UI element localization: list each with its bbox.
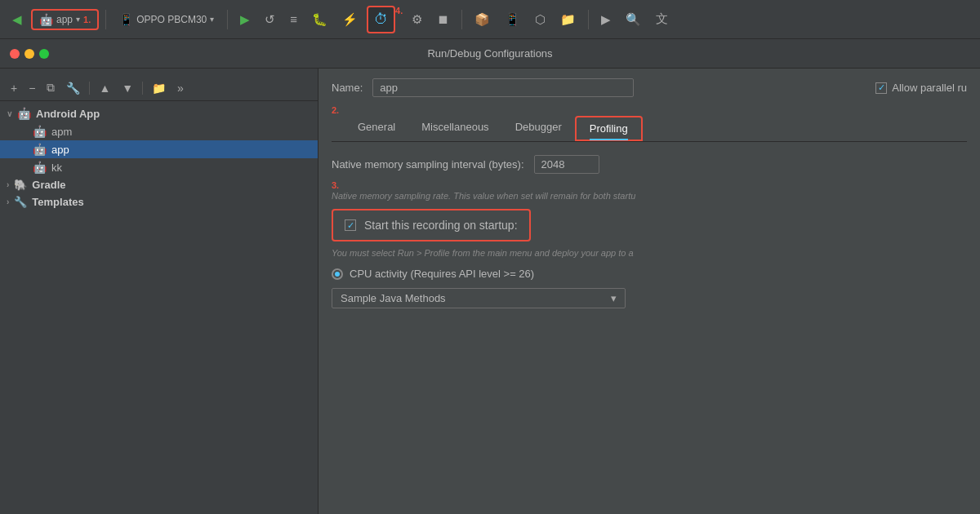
kk-android-icon: 🤖: [33, 161, 47, 174]
close-button[interactable]: [10, 49, 20, 59]
search-icon[interactable]: 🔍: [620, 8, 647, 31]
window-title: Run/Debug Configurations: [427, 47, 552, 60]
device-manager-icon[interactable]: 📱: [499, 8, 526, 31]
kk-label: kk: [51, 162, 62, 174]
device-icon: 📱: [119, 13, 133, 26]
sample-java-row: Sample Java Methods ▾: [332, 288, 967, 308]
tabs-container: 2. General Miscellaneous Debugger Profil…: [318, 104, 980, 142]
run-icon[interactable]: ▶: [234, 8, 256, 31]
separator-2: [227, 10, 228, 29]
native-memory-input[interactable]: [534, 155, 599, 174]
cpu-activity-label: CPU activity (Requires API level >= 26): [350, 268, 534, 280]
move-down-button[interactable]: ▼: [118, 79, 137, 97]
tabs-bar: General Miscellaneous Debugger Profiling: [332, 116, 967, 142]
must-select-hint: You must select Run > Profile from the m…: [332, 248, 967, 258]
sep2: [142, 82, 143, 95]
attach-icon[interactable]: ⚡: [336, 8, 363, 31]
debug-icon[interactable]: 🐛: [306, 8, 333, 31]
back-icon[interactable]: ◀: [7, 8, 28, 31]
name-input[interactable]: [372, 78, 634, 97]
stop-icon[interactable]: ≡: [284, 8, 303, 30]
window-controls: [10, 49, 49, 59]
translate-icon[interactable]: 文: [650, 7, 674, 31]
allow-parallel-checkbox[interactable]: ✓: [875, 82, 887, 94]
hint-row: 3. Native memory sampling rate. This val…: [332, 179, 967, 201]
app-dropdown-arrow: ▾: [76, 15, 80, 24]
main-area: + − ⧉ 🔧 ▲ ▼ 📁 » ∨ 🤖 Android App 🤖 apm 🤖 …: [0, 69, 980, 514]
minimize-button[interactable]: [24, 49, 34, 59]
tab-active-underline: [590, 139, 628, 140]
more-button[interactable]: »: [173, 79, 188, 97]
separator-4: [588, 10, 589, 29]
tab-debugger[interactable]: Debugger: [502, 116, 575, 141]
sidebar-item-gradle[interactable]: › 🐘 Gradle: [0, 176, 318, 193]
start-recording-checkbox-row[interactable]: ✓ Start this recording on startup:: [332, 209, 531, 241]
sep: [89, 82, 90, 95]
apm-label: apm: [51, 126, 72, 138]
apk-icon[interactable]: 📦: [469, 8, 496, 31]
chevron-right-icon: ›: [7, 180, 9, 189]
chevron-down-icon: ∨: [7, 109, 12, 118]
sidebar-item-templates[interactable]: › 🔧 Templates: [0, 193, 318, 210]
folder-button[interactable]: 📁: [148, 79, 170, 97]
maximize-button[interactable]: [39, 49, 49, 59]
name-row: Name: ✓ Allow parallel ru: [318, 69, 980, 104]
separator-1: [105, 10, 106, 29]
allow-parallel-label: Allow parallel ru: [892, 82, 967, 94]
app-config-button[interactable]: 🤖 app ▾ 1.: [31, 9, 99, 30]
copy-config-button[interactable]: ⧉: [42, 78, 59, 97]
add-config-button[interactable]: +: [7, 79, 21, 97]
native-memory-row: Native memory sampling interval (bytes):: [332, 155, 967, 174]
annotation-2: 2.: [332, 105, 339, 115]
remove-config-button[interactable]: −: [24, 79, 39, 97]
video-icon[interactable]: ▶: [595, 8, 617, 31]
native-memory-label: Native memory sampling interval (bytes):: [332, 158, 524, 171]
sample-java-dropdown[interactable]: Sample Java Methods ▾: [332, 288, 626, 308]
sample-java-label: Sample Java Methods: [341, 292, 446, 304]
settings-icon[interactable]: 🔧: [62, 79, 84, 97]
sidebar-item-apm[interactable]: 🤖 apm: [0, 122, 318, 140]
android-icon: 🤖: [39, 13, 53, 26]
start-recording-checkbox[interactable]: ✓: [345, 219, 356, 231]
app-android-icon: 🤖: [33, 143, 47, 156]
profiler-icon[interactable]: ⏱: [367, 6, 395, 33]
layout-icon[interactable]: ⚙: [406, 8, 428, 31]
app-label: app: [56, 14, 73, 25]
sidebar: + − ⧉ 🔧 ▲ ▼ 📁 » ∨ 🤖 Android App 🤖 apm 🤖 …: [0, 69, 318, 514]
app-tree-label: app: [51, 144, 69, 156]
sidebar-item-app[interactable]: 🤖 app: [0, 140, 318, 158]
gradle-label: Gradle: [32, 179, 65, 191]
android-app-label: Android App: [36, 108, 100, 120]
annotation-1: 1.: [83, 15, 91, 24]
allow-parallel-row: ✓ Allow parallel ru: [875, 82, 967, 94]
dropdown-arrow-icon: ▾: [611, 292, 617, 304]
native-memory-hint: Native memory sampling rate. This value …: [332, 191, 967, 201]
sidebar-toolbar: + − ⧉ 🔧 ▲ ▼ 📁 »: [0, 75, 318, 101]
rerun-icon[interactable]: ↺: [259, 8, 281, 31]
templates-icon: 🔧: [14, 196, 27, 208]
tab-profiling[interactable]: Profiling: [575, 116, 643, 141]
tab-general[interactable]: General: [345, 116, 408, 141]
chevron-right-icon-2: ›: [7, 197, 9, 206]
separator-3: [461, 10, 462, 29]
3d-icon[interactable]: ⬡: [529, 8, 551, 31]
gradle-icon: 🐘: [14, 179, 27, 191]
sidebar-item-kk[interactable]: 🤖 kk: [0, 158, 318, 176]
cpu-activity-radio[interactable]: [332, 268, 343, 280]
annotation-3: 3.: [332, 180, 339, 190]
tab-miscellaneous[interactable]: Miscellaneous: [408, 116, 501, 141]
move-up-button[interactable]: ▲: [95, 79, 114, 97]
annotation-4: 4.: [395, 6, 403, 33]
stop-square[interactable]: ⏹: [431, 8, 455, 30]
cpu-activity-row: CPU activity (Requires API level >= 26): [332, 268, 967, 280]
sidebar-item-android-app[interactable]: ∨ 🤖 Android App: [0, 104, 318, 122]
start-recording-label: Start this recording on startup:: [364, 219, 518, 232]
device-label: OPPO PBCM30: [136, 14, 207, 25]
content-panel: Name: ✓ Allow parallel ru 2. General Mis…: [318, 69, 980, 514]
folder-icon[interactable]: 📁: [555, 8, 581, 31]
apm-android-icon: 🤖: [33, 125, 47, 138]
templates-label: Templates: [32, 196, 83, 208]
device-selector[interactable]: 📱 OPPO PBCM30 ▾: [113, 10, 220, 29]
android-app-icon: 🤖: [17, 107, 31, 120]
main-toolbar: ◀ 🤖 app ▾ 1. 📱 OPPO PBCM30 ▾ ▶ ↺ ≡ 🐛 ⚡ ⏱…: [0, 0, 980, 39]
